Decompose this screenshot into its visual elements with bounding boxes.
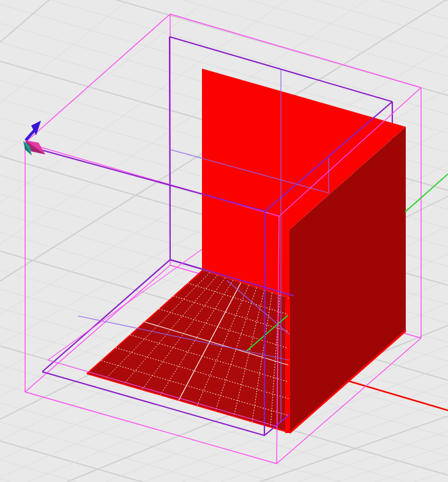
perspective-viewport-canvas[interactable] xyxy=(0,0,448,482)
cad-3d-viewport[interactable] xyxy=(0,0,448,482)
